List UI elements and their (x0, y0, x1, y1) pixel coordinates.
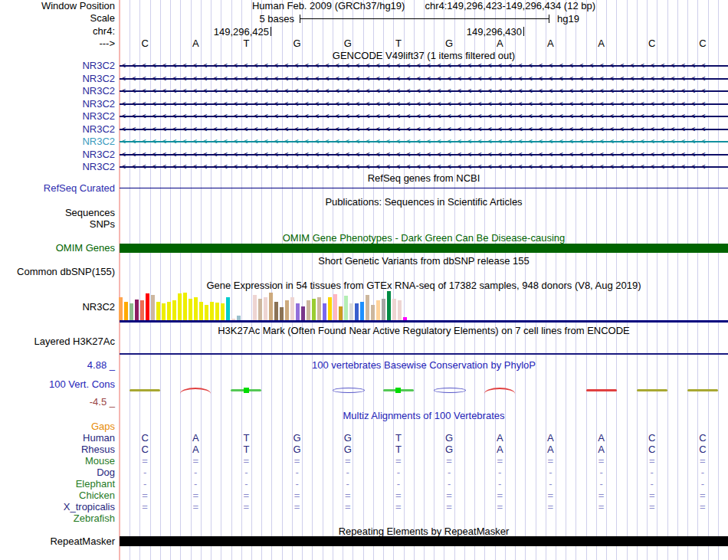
scale-bar (300, 18, 549, 19)
gtex-tissue-bar[interactable] (156, 302, 160, 320)
gtex-tissue-bar[interactable] (226, 297, 230, 320)
repeatmasker-track-title: Repeating Elements by RepeatMasker (120, 526, 728, 536)
multiz-species-label-rhesus[interactable]: Rhesus (0, 444, 115, 455)
multiz-alignment-cell: = (627, 490, 677, 501)
gtex-gene-label[interactable]: NR3C2 (0, 302, 115, 313)
gtex-tissue-bar[interactable] (274, 302, 278, 320)
gtex-tissue-bar[interactable] (189, 299, 192, 320)
gtex-tissue-bar[interactable] (323, 303, 326, 320)
refseq-gene-line[interactable] (120, 188, 728, 188)
gene-label-nr3c2[interactable]: NR3C2 (0, 99, 115, 110)
gtex-tissue-bar[interactable] (307, 300, 310, 320)
gtex-tissue-bar[interactable] (333, 294, 337, 320)
gene-strand-arrows: <<<<<<<<<<<<<<<<<<<<<<<<<<<<<<<<<<<<<<<<… (121, 86, 726, 97)
gtex-tissue-bar[interactable] (172, 300, 176, 320)
gene-label-nr3c2[interactable]: NR3C2 (0, 149, 115, 160)
repeatmasker-label[interactable]: RepeatMasker (0, 536, 115, 547)
gtex-tissue-bar[interactable] (151, 295, 155, 320)
phylop-mark-dash (687, 389, 718, 391)
multiz-species-label-x_tropicalis[interactable]: X_tropicalis (0, 502, 115, 513)
multiz-species-label-zebrafish[interactable]: Zebrafish (0, 513, 115, 524)
gtex-tissue-bar[interactable] (210, 302, 214, 320)
gtex-tissue-bar[interactable] (130, 303, 133, 320)
gtex-tissue-bar[interactable] (162, 303, 166, 320)
multiz-alignment-cell: C (677, 444, 728, 455)
gtex-tissue-bar[interactable] (317, 297, 321, 320)
gene-label-nr3c2[interactable]: NR3C2 (0, 162, 115, 172)
gtex-tissue-bar[interactable] (199, 302, 203, 320)
gtex-tissue-bar[interactable] (146, 293, 149, 320)
gtex-tissue-bar[interactable] (194, 297, 198, 320)
gtex-tissue-bar[interactable] (135, 300, 139, 320)
gtex-tissue-bar[interactable] (253, 295, 257, 320)
gtex-tissue-bar[interactable] (344, 296, 348, 320)
multiz-species-label-chicken[interactable]: Chicken (0, 490, 115, 501)
genome-browser-image: Window Position Human Feb. 2009 (GRCh37/… (0, 0, 728, 560)
phylop-mark-dash (637, 389, 667, 391)
publications-snps-label[interactable]: SNPs (0, 219, 115, 230)
repeatmasker-element-bar[interactable] (120, 536, 728, 546)
gtex-tissue-bar[interactable] (392, 299, 396, 320)
gtex-tissue-bar[interactable] (167, 302, 171, 320)
dbsnp-label[interactable]: Common dbSNP(155) (0, 267, 115, 277)
position-title: chr4:149,296,423-149,296,434 (12 bp) (425, 1, 595, 11)
gtex-tissue-bar[interactable] (296, 303, 300, 320)
gtex-tissue-bar[interactable] (258, 299, 262, 320)
gtex-tissue-bar[interactable] (376, 300, 380, 320)
multiz-species-label-human[interactable]: Human (0, 433, 115, 444)
gtex-tissue-bar[interactable] (349, 303, 353, 320)
gtex-tissue-bar[interactable] (119, 297, 123, 320)
multiz-alignment-cell: - (272, 467, 323, 478)
gtex-tissue-bar[interactable] (371, 305, 375, 320)
multiz-alignment-cell: = (272, 502, 323, 513)
gtex-tissue-bar[interactable] (183, 293, 187, 320)
gene-label-nr3c2[interactable]: NR3C2 (0, 136, 115, 147)
gtex-tissue-bar[interactable] (269, 293, 273, 320)
gtex-tissue-bar[interactable] (290, 297, 294, 320)
gtex-tissue-bar[interactable] (360, 302, 364, 320)
gtex-tissue-bar[interactable] (312, 299, 316, 320)
gtex-tissue-bar[interactable] (355, 303, 359, 320)
publications-sequences-label[interactable]: Sequences (0, 208, 115, 218)
multiz-species-label-elephant[interactable]: Elephant (0, 479, 115, 490)
gtex-tissue-bar[interactable] (387, 291, 391, 320)
multiz-species-label-mouse[interactable]: Mouse (0, 456, 115, 467)
h3k27ac-label[interactable]: Layered H3K27Ac (0, 336, 115, 347)
gtex-tissue-bar[interactable] (285, 300, 289, 320)
gtex-tissue-bar[interactable] (124, 302, 128, 320)
h3k27ac-signal-baseline[interactable] (120, 353, 728, 355)
multiz-species-label-dog[interactable]: Dog (0, 467, 115, 478)
gtex-tissue-bar[interactable] (140, 300, 144, 320)
gtex-tissue-bar[interactable] (382, 299, 385, 320)
gtex-tissue-bar[interactable] (215, 303, 219, 320)
gene-label-nr3c2[interactable]: NR3C2 (0, 111, 115, 122)
dna-base-letter: G (323, 38, 373, 49)
gtex-tissue-bar[interactable] (280, 307, 284, 320)
gtex-tissue-bar[interactable] (339, 306, 343, 320)
omim-genes-label[interactable]: OMIM Genes (0, 243, 115, 254)
multiz-alignment-cell: - (221, 467, 271, 478)
chromosome-label: chr4: (0, 26, 115, 37)
refseq-curated-label[interactable]: RefSeq Curated (0, 183, 115, 194)
gene-label-nr3c2[interactable]: NR3C2 (0, 74, 115, 84)
gtex-tissue-bar[interactable] (328, 297, 332, 320)
gene-label-nr3c2[interactable]: NR3C2 (0, 86, 115, 97)
gene-label-nr3c2[interactable]: NR3C2 (0, 61, 115, 71)
gtex-tissue-bar[interactable] (205, 305, 208, 320)
gene-label-nr3c2[interactable]: NR3C2 (0, 124, 115, 135)
phylop-track-label[interactable]: 100 Vert. Cons (0, 379, 115, 390)
gtex-tissue-bar[interactable] (366, 295, 369, 320)
phylop-mark-square (395, 388, 401, 393)
omim-track-title: OMIM Gene Phenotypes - Dark Green Can Be… (120, 233, 728, 243)
multiz-alignment-cell: = (323, 490, 373, 501)
multiz-alignment-cell: = (627, 502, 677, 513)
gene-strand-arrows: <<<<<<<<<<<<<<<<<<<<<<<<<<<<<<<<<<<<<<<<… (121, 124, 726, 135)
omim-gene-bar[interactable] (120, 244, 728, 253)
gtex-tissue-bar[interactable] (301, 306, 305, 320)
gtex-tissue-bar[interactable] (264, 297, 267, 320)
gtex-tissue-bar[interactable] (398, 300, 402, 320)
gtex-tissue-bar[interactable] (178, 293, 182, 320)
gtex-tissue-bar[interactable] (221, 303, 225, 320)
multiz-alignment-cell: - (272, 479, 323, 490)
multiz-species-label-gaps[interactable]: Gaps (0, 421, 115, 432)
